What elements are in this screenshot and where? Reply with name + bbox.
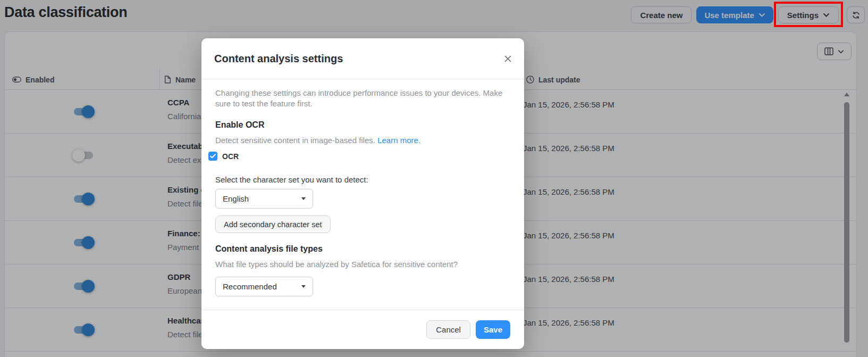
modal-footer: Cancel Save: [201, 310, 524, 349]
modal-body: Changing these settings can introduce pe…: [201, 79, 524, 296]
modal-header: Content analysis settings: [201, 38, 524, 79]
close-icon: [504, 55, 511, 62]
charset-label: Select the character set you want to det…: [215, 175, 510, 184]
ocr-checkbox-label: OCR: [222, 152, 239, 161]
save-button[interactable]: Save: [476, 320, 510, 339]
learn-more-link[interactable]: Learn more.: [377, 136, 420, 145]
caret-down-icon: [301, 285, 306, 288]
enable-ocr-heading: Enable OCR: [215, 120, 510, 130]
ocr-description: Detect sensitive content in image-based …: [215, 136, 510, 145]
caret-down-icon: [301, 197, 306, 200]
file-types-description: What file types should be analyzed by Sa…: [215, 260, 510, 269]
content-analysis-settings-modal: Content analysis settings Changing these…: [201, 38, 524, 349]
warning-text: Changing these settings can introduce pe…: [215, 88, 511, 109]
ocr-checkbox[interactable]: [208, 152, 217, 161]
modal-title: Content analysis settings: [214, 53, 343, 65]
check-icon: [210, 154, 216, 159]
cancel-button[interactable]: Cancel: [426, 320, 470, 339]
file-types-heading: Content analysis file types: [215, 244, 510, 254]
ocr-checkbox-row: OCR: [208, 152, 510, 161]
file-types-select[interactable]: Recommended: [215, 277, 313, 296]
charset-select[interactable]: English: [215, 189, 313, 209]
add-secondary-charset-button[interactable]: Add secondary character set: [215, 215, 331, 233]
close-button[interactable]: [504, 55, 511, 62]
